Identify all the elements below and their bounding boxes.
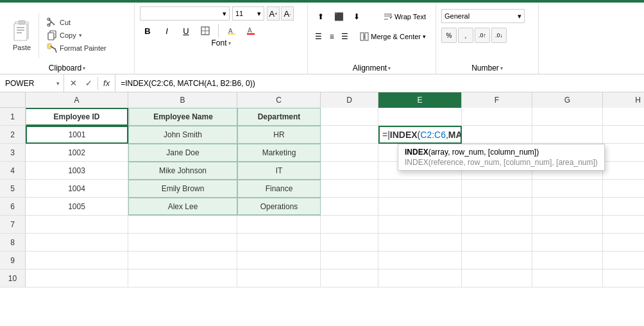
cell-a5[interactable]: 1004 [26, 180, 128, 198]
cell-e8[interactable] [378, 234, 462, 252]
cell-e1[interactable] [378, 108, 462, 126]
cell-d6[interactable] [321, 198, 378, 216]
align-middle-button[interactable]: ⬛ [331, 9, 346, 24]
insert-function-button[interactable]: fx [98, 74, 115, 92]
cell-h1[interactable] [603, 108, 644, 126]
cell-e10[interactable] [378, 270, 462, 287]
cell-c10[interactable] [237, 270, 321, 287]
cell-c7[interactable] [237, 216, 321, 234]
cell-f9[interactable] [462, 252, 532, 270]
decrease-decimal-button[interactable]: .0↓ [491, 28, 507, 43]
cell-h7[interactable] [603, 216, 644, 234]
border-button[interactable] [198, 23, 213, 39]
row-num-9[interactable]: 9 [0, 252, 26, 270]
cell-f7[interactable] [462, 216, 532, 234]
row-num-2[interactable]: 2 [0, 126, 26, 144]
cell-g8[interactable] [532, 234, 603, 252]
italic-button[interactable]: I [159, 23, 174, 39]
cell-d8[interactable] [321, 234, 378, 252]
cell-b3[interactable]: Jane Doe [128, 144, 237, 162]
cell-f6[interactable] [462, 198, 532, 216]
cell-d2[interactable] [321, 126, 378, 144]
cell-g5[interactable] [532, 180, 603, 198]
row-num-6[interactable]: 6 [0, 198, 26, 216]
font-size-dropdown[interactable]: 11 ▾ [232, 6, 264, 21]
copy-button[interactable]: Copy ▾ [44, 30, 109, 41]
cell-a8[interactable] [26, 234, 128, 252]
cell-h9[interactable] [603, 252, 644, 270]
cell-b5[interactable]: Emily Brown [128, 180, 237, 198]
cell-g1[interactable] [532, 108, 603, 126]
cell-d7[interactable] [321, 216, 378, 234]
cell-h4[interactable] [603, 162, 644, 180]
cell-c2[interactable]: HR [237, 126, 321, 144]
font-color-button[interactable]: A [243, 23, 258, 39]
col-header-c[interactable]: C [237, 92, 321, 108]
cell-e5[interactable] [378, 180, 462, 198]
name-box-input[interactable] [5, 79, 56, 88]
wrap-text-button[interactable]: Wrap Text [379, 10, 430, 23]
confirm-formula-button[interactable]: ✓ [82, 77, 95, 90]
cell-b1[interactable]: Employee Name [128, 108, 237, 126]
col-header-g[interactable]: G [532, 92, 603, 108]
cell-c8[interactable] [237, 234, 321, 252]
cell-h2[interactable] [603, 126, 644, 144]
align-right-button[interactable]: ☰ [340, 29, 351, 44]
col-header-a[interactable]: A [26, 92, 128, 108]
cell-g10[interactable] [532, 270, 603, 287]
comma-button[interactable]: , [458, 28, 473, 43]
cell-f1[interactable] [462, 108, 532, 126]
cell-a6[interactable]: 1005 [26, 198, 128, 216]
align-left-button[interactable]: ☰ [313, 29, 324, 44]
cell-c3[interactable]: Marketing [237, 144, 321, 162]
fill-color-button[interactable]: A [224, 23, 239, 39]
cell-f10[interactable] [462, 270, 532, 287]
cell-d10[interactable] [321, 270, 378, 287]
cell-c6[interactable]: Operations [237, 198, 321, 216]
bold-button[interactable]: B [140, 23, 155, 39]
align-center-button[interactable]: ≡ [326, 29, 337, 44]
cell-g2[interactable] [532, 126, 603, 144]
cell-d4[interactable] [321, 162, 378, 180]
cell-a2[interactable]: 1001 [26, 126, 128, 144]
row-num-7[interactable]: 7 [0, 216, 26, 234]
row-num-8[interactable]: 8 [0, 234, 26, 252]
cell-f2[interactable] [462, 126, 532, 144]
col-header-f[interactable]: F [462, 92, 532, 108]
format-painter-button[interactable]: Format Painter [44, 42, 109, 54]
col-header-h[interactable]: H [603, 92, 644, 108]
name-box-arrow[interactable]: ▾ [56, 80, 60, 87]
align-top-button[interactable]: ⬆ [313, 9, 328, 24]
col-header-d[interactable]: D [321, 92, 378, 108]
font-name-dropdown[interactable]: ▾ [140, 6, 230, 21]
cell-d3[interactable] [321, 144, 378, 162]
clipboard-expand-icon[interactable]: ▾ [83, 65, 85, 71]
cell-h3[interactable] [603, 144, 644, 162]
name-box[interactable]: ▾ [0, 74, 64, 92]
formula-input[interactable] [115, 74, 644, 92]
cell-a1[interactable]: Employee ID [26, 108, 128, 126]
percent-button[interactable]: % [441, 28, 457, 43]
cell-b4[interactable]: Mike Johnson [128, 162, 237, 180]
cell-c5[interactable]: Finance [237, 180, 321, 198]
cancel-formula-button[interactable]: ✕ [67, 77, 80, 90]
cell-a4[interactable]: 1003 [26, 162, 128, 180]
col-header-e[interactable]: E [378, 92, 462, 108]
row-num-3[interactable]: 3 [0, 144, 26, 162]
row-num-1[interactable]: 1 [0, 108, 26, 126]
cell-b7[interactable] [128, 216, 237, 234]
merge-center-button[interactable]: Merge & Center ▾ [355, 30, 430, 43]
cell-g7[interactable] [532, 216, 603, 234]
cell-a9[interactable] [26, 252, 128, 270]
cell-c4[interactable]: IT [237, 162, 321, 180]
cell-h10[interactable] [603, 270, 644, 287]
cell-c9[interactable] [237, 252, 321, 270]
cell-b10[interactable] [128, 270, 237, 287]
cell-c1[interactable]: Department [237, 108, 321, 126]
underline-button[interactable]: U [178, 23, 194, 39]
cell-h6[interactable] [603, 198, 644, 216]
cell-g9[interactable] [532, 252, 603, 270]
row-num-4[interactable]: 4 [0, 162, 26, 180]
font-increase-button[interactable]: A+ [267, 6, 280, 21]
row-num-10[interactable]: 10 [0, 270, 26, 287]
